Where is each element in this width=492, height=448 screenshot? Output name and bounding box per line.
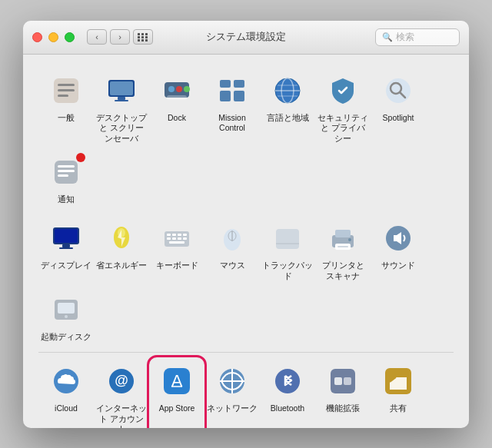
svg-rect-71 [344,377,351,385]
mouse-label: マウス [220,261,245,271]
svg-rect-15 [220,91,231,101]
grid-view-button[interactable] [133,29,153,45]
pref-item-appstore[interactable]: AApp Store [149,357,204,428]
pref-item-mouse[interactable]: マウス [204,214,260,286]
pref-item-mission[interactable]: Mission Control [204,67,260,149]
svg-rect-52 [335,230,351,237]
titlebar: ‹ › システム環境設定 🔍 検索 [23,21,469,55]
svg-rect-7 [115,100,128,101]
svg-rect-70 [334,377,342,385]
appstore-label: App Store [159,403,195,414]
sound-label: サウンド [381,261,415,271]
svg-rect-27 [58,170,75,172]
pref-item-spotlight[interactable]: Spotlight [371,67,426,149]
pref-item-bluetooth[interactable]: Bluetooth [260,357,315,428]
dock-icon [158,71,196,110]
keyboard-icon [158,219,196,257]
trackpad-label: トラックパッド [261,261,314,281]
pref-item-keyboard[interactable]: キーボード [149,214,204,286]
startup-label: 起動ディスク [41,332,91,343]
icon-row-1: ディスプレイ省エネルギーキーボードマウストラックパッドプリンタと スキャナサウン… [38,214,454,347]
svg-rect-43 [178,237,181,240]
icon-row-0: 一般デスクトップと スクリーンセーバDockMission Control言語と… [38,67,454,211]
dock-label: Dock [168,113,186,124]
security-icon [324,71,362,110]
back-button[interactable]: ‹ [87,29,107,45]
pref-item-notify[interactable]: 通知 [38,148,94,210]
spotlight-icon [379,71,417,110]
svg-point-11 [176,86,182,92]
pref-item-internet[interactable]: @インターネット アカウント [94,357,149,428]
mission-label: Mission Control [206,113,258,134]
trackpad-icon [268,219,307,257]
svg-rect-44 [183,237,187,240]
window-title: システム環境設定 [206,30,286,44]
svg-rect-41 [167,237,171,240]
minimize-button[interactable] [48,32,58,42]
bluetooth-icon [268,362,307,400]
extensions-icon [324,362,362,400]
security-label: セキュリティと プライバシー [317,113,369,144]
mission-icon [213,71,251,110]
pref-item-general[interactable]: 一般 [38,67,94,149]
pref-item-network[interactable]: ネットワーク [204,357,260,428]
svg-point-12 [184,86,190,92]
pref-item-icloud[interactable]: iCloud [38,357,94,428]
language-icon [268,71,307,110]
pref-item-energy[interactable]: 省エネルギー [94,214,149,286]
pref-item-extensions[interactable]: 機能拡張 [315,357,371,428]
rows-container: 一般デスクトップと スクリーンセーバDockMission Control言語と… [38,67,454,428]
svg-rect-14 [234,80,244,88]
svg-rect-40 [183,234,187,236]
desktop-icon [102,71,141,110]
svg-point-59 [65,315,68,318]
network-icon [213,362,251,400]
pref-item-sound[interactable]: サウンド [371,214,426,286]
pref-item-security[interactable]: セキュリティと プライバシー [315,67,371,149]
svg-text:@: @ [115,373,128,388]
svg-rect-13 [220,80,231,88]
forward-button[interactable]: › [110,29,130,45]
svg-rect-9 [167,95,187,100]
pref-item-startup[interactable]: 起動ディスク [38,286,94,347]
pref-item-desktop[interactable]: デスクトップと スクリーンセーバ [94,67,149,149]
svg-rect-58 [58,303,75,314]
sound-icon [379,219,417,257]
network-label: ネットワーク [207,403,258,414]
internet-label: インターネット アカウント [95,403,148,428]
appstore-icon: A [158,362,196,400]
pref-item-language[interactable]: 言語と地域 [260,67,315,149]
search-placeholder: 検索 [396,31,414,44]
traffic-lights [32,32,75,42]
pref-item-dock[interactable]: Dock [149,67,204,149]
svg-rect-26 [58,165,75,168]
startup-icon [47,290,85,329]
pref-item-sharing[interactable]: 共有 [371,357,426,428]
mouse-icon [213,219,251,257]
section-divider-1 [38,352,454,353]
notify-label: 通知 [58,194,75,205]
printer-icon [324,219,362,257]
sharing-icon [379,362,417,400]
pref-item-printer[interactable]: プリンタと スキャナ [315,214,371,286]
pref-item-display[interactable]: ディスプレイ [38,214,94,286]
svg-rect-3 [58,95,68,97]
sharing-label: 共有 [390,403,407,414]
svg-rect-39 [178,234,181,236]
search-box[interactable]: 🔍 検索 [375,28,460,46]
system-preferences-window: ‹ › システム環境設定 🔍 検索 一般デスクトップと スクリーンセーバDock… [23,21,469,428]
maximize-button[interactable] [65,32,75,42]
svg-rect-32 [59,247,73,249]
svg-rect-16 [234,91,244,101]
preferences-grid: 一般デスクトップと スクリーンセーバDockMission Control言語と… [23,55,469,428]
svg-rect-69 [331,369,355,393]
icloud-label: iCloud [55,403,78,414]
svg-rect-5 [110,81,133,95]
pref-item-trackpad[interactable]: トラックパッド [260,214,315,286]
close-button[interactable] [32,32,42,42]
svg-rect-30 [55,229,78,243]
icon-row-2: iCloud@インターネット アカウントAApp StoreネットワークBlue… [38,357,454,428]
general-label: 一般 [58,113,75,124]
general-icon [47,71,85,110]
svg-point-55 [348,238,351,241]
